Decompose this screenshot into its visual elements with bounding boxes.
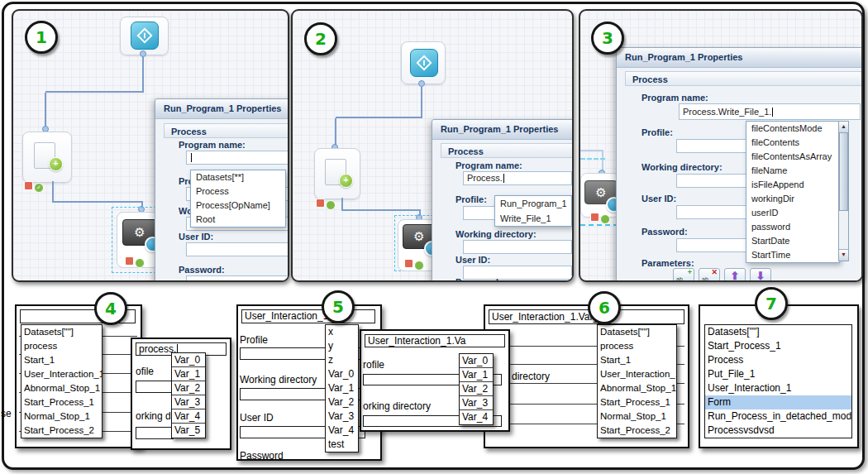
profile-label: Profile: [455,194,487,204]
dropdown-item[interactable]: Write_File_1 [495,211,571,226]
dropdown-item[interactable]: y [326,339,358,353]
working-directory-input[interactable] [463,240,572,254]
dropdown-item[interactable]: process [598,339,676,353]
dropdown-item[interactable]: Var_5 [172,424,205,438]
dropdown-item[interactable]: userID [746,206,839,220]
dropdown-item[interactable]: Start_Process_2 [598,424,676,438]
dropdown-item[interactable]: Start_1 [598,353,676,367]
dropdown-scrollbar[interactable]: ▲ ▼ [838,121,849,261]
dropdown-item[interactable]: Abnormal_Stop_1 [598,381,676,395]
dropdown-item[interactable]: Var_1 [326,381,358,395]
working-directory-input[interactable] [136,427,174,439]
dropdown-item[interactable]: Root [191,213,285,227]
password-input[interactable] [676,238,746,252]
dropdown-item[interactable]: fileContentsAsArray [746,150,839,164]
properties-dialog: Run_Program_1 Properties Process Program… [432,119,574,282]
dropdown-item[interactable]: User_Interaction_1 [705,381,851,395]
dropdown-item[interactable]: Run_Program_1 [495,196,571,211]
working-directory-label: Working directory: [641,162,723,172]
working-directory-input[interactable] [676,174,746,188]
dropdown-item[interactable]: Abnormal_Stop_1 [21,381,102,395]
scroll-up-button[interactable]: ▲ [839,122,848,133]
dropdown-item[interactable]: test [326,438,358,452]
dropdown-item[interactable]: Start_1 [21,353,102,367]
autocomplete-dropdown: Var_0Var_1Var_2Var_3Var_4Var_5 [171,352,206,438]
dropdown-item[interactable]: User_Interaction_1 [21,367,102,381]
dropdown-item[interactable]: z [326,353,358,367]
dropdown-item[interactable]: password [746,220,839,234]
dropdown-item[interactable]: Process [191,184,285,199]
dropdown-item[interactable]: fileName [746,164,839,178]
dropdown-item[interactable]: Start_Process_1 [21,395,102,409]
dropdown-item[interactable]: Processvsdvsd [705,424,851,438]
dropdown-item[interactable]: Process[OpName] [191,199,285,213]
profile-input[interactable] [676,139,746,153]
dropdown-item[interactable]: Var_0 [172,353,205,367]
dropdown-item[interactable]: fileContentsMode [746,122,839,136]
dropdown-item[interactable]: Start_Process_1 [705,339,851,353]
run-program-node[interactable]: ⚙ [117,212,160,268]
connector-dot[interactable] [140,50,146,57]
add-parameter-button[interactable]: ab+ [673,268,694,282]
dropdown-item[interactable]: Form [705,395,851,409]
dropdown-item[interactable]: Datasets[**] [191,170,285,184]
start-node[interactable] [401,41,446,84]
dropdown-item[interactable]: Var_4 [172,409,205,424]
move-down-button[interactable]: ⬇ [750,268,771,282]
program-name-input[interactable]: Process. [463,171,572,185]
dropdown-item[interactable]: Var_2 [172,381,205,395]
dropdown-item[interactable]: workingDir [746,192,839,206]
delete-parameter-button[interactable]: ab✕ [699,268,720,282]
password-input[interactable] [186,275,289,282]
scroll-down-button[interactable]: ▼ [839,249,848,261]
run-program-node[interactable]: ⚙ [580,173,620,218]
program-name-input[interactable]: Process.Write_File_1. [679,103,861,120]
dropdown-item[interactable]: Var_4 [460,410,493,424]
dropdown-item[interactable]: Run_Process_in_detached_mode_1 [705,409,851,424]
dropdown-item[interactable]: User_Interaction_1 [598,367,676,381]
dropdown-item[interactable]: Put_File_1 [705,367,851,381]
dropdown-item[interactable]: Process [705,353,851,367]
scrollbar-thumb[interactable] [839,132,848,211]
dropdown-item[interactable]: Start_Process_1 [598,395,676,409]
dropdown-item[interactable]: Var_3 [172,395,205,409]
dropdown-item[interactable]: Normal_Stop_1 [21,409,102,424]
dropdown-item[interactable]: Var_3 [460,396,493,410]
dropdown-item[interactable]: Var_0 [326,367,358,381]
dropdown-item[interactable]: Datasets[""] [598,325,676,339]
dropdown-item[interactable]: Datasets[""] [21,325,102,339]
dropdown-item[interactable]: Var_2 [460,382,493,396]
program-name-input[interactable] [186,151,289,165]
dropdown-item[interactable]: StartTime [746,248,839,262]
dropdown-item[interactable]: Var_0 [460,354,493,368]
expression-input[interactable]: User_Interaction_1.Va [365,334,505,347]
dropdown-item[interactable]: Start_Process_2 [21,424,102,438]
file-node[interactable]: + [314,148,360,199]
dropdown-item[interactable]: Normal_Stop_1 [598,409,676,424]
move-up-button[interactable]: ⬆ [724,268,746,282]
dropdown-item[interactable]: Var_4 [326,424,358,438]
user-id-input[interactable] [186,242,289,256]
add-icon: + [688,268,692,276]
workflow-canvas-1: + ✓ ⚙ Run_Program_1 Properties Process P… [12,9,289,282]
expression-input[interactable]: User_Interaction_1.Var_1+ [489,309,684,324]
start-node[interactable] [120,17,169,55]
dropdown-item[interactable]: StartDate [746,234,839,248]
dropdown-item[interactable]: fileContents [746,136,839,150]
expression-input[interactable]: User_Interaction_1. [241,309,375,323]
connector-dot[interactable] [418,80,425,87]
user-id-input[interactable] [676,205,746,219]
dropdown-item[interactable]: x [326,325,358,339]
dropdown-item[interactable]: isFileAppend [746,178,839,192]
file-node[interactable]: + [22,132,72,183]
dropdown-item[interactable]: Var_1 [460,368,493,382]
dropdown-item[interactable]: Var_2 [326,395,358,409]
working-directory-label: Working directory: [455,229,537,239]
add-plus-icon[interactable]: + [339,174,353,188]
add-plus-icon[interactable]: + [49,157,63,171]
dropdown-item[interactable]: Var_3 [326,409,358,424]
profile-input[interactable] [136,381,174,393]
dropdown-item[interactable]: Var_1 [172,367,205,381]
dropdown-item[interactable]: Datasets[""] [705,325,851,339]
dropdown-item[interactable]: process [21,339,102,353]
